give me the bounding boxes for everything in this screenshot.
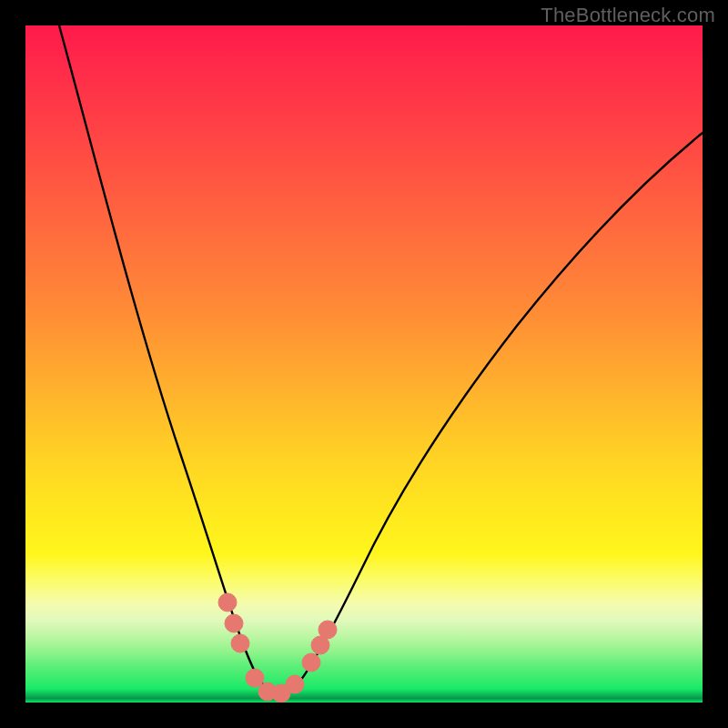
highlight-dot (225, 614, 243, 632)
chart-svg (25, 25, 703, 703)
highlight-dot (246, 669, 264, 687)
chart-frame: TheBottleneck.com (0, 0, 728, 728)
highlight-dot (302, 653, 320, 672)
highlight-dot (218, 593, 237, 612)
highlight-dot (231, 634, 249, 652)
highlight-dots-group (218, 593, 337, 703)
highlight-dot (286, 675, 304, 693)
watermark-text: TheBottleneck.com (541, 4, 715, 27)
highlight-dot (318, 621, 337, 639)
bottleneck-curve (59, 25, 703, 694)
plot-area (25, 25, 703, 703)
